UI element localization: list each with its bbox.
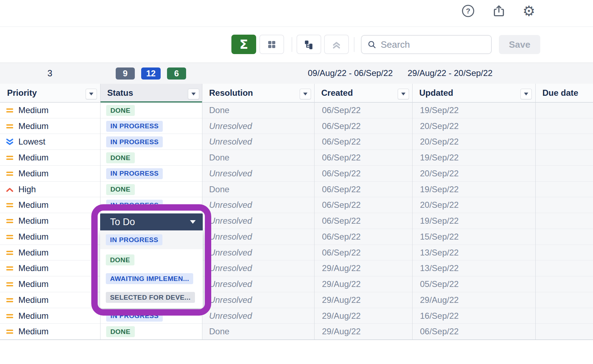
status-option[interactable]: AWAITING IMPLEMEN... (100, 269, 203, 288)
created-cell: 29/Aug/22 (322, 295, 361, 305)
priority-lowest-icon (5, 137, 15, 148)
table-row[interactable]: MediumDONEDone06/Sep/2219/Sep/22 (0, 102, 593, 118)
table-row[interactable]: MediumDONEDone29/Aug/2206/Sep/22 (0, 324, 593, 340)
table-row[interactable]: MediumDONEDone06/Sep/2219/Sep/22 (0, 150, 593, 166)
summary-strip: 3 9 12 6 09/Aug/22 - 06/Sep/22 29/Aug/22… (0, 63, 593, 84)
updated-cell: 29/Aug/22 (420, 295, 459, 305)
filter-button-created[interactable] (398, 89, 409, 99)
priority-cell: Medium (18, 105, 48, 115)
priority-cell: Medium (18, 232, 48, 242)
column-header-priority[interactable]: Priority (0, 84, 100, 102)
status-chip: DONE (106, 152, 135, 163)
save-button[interactable]: Save (499, 35, 540, 54)
table-row[interactable]: MediumUnresolved06/Sep/2213/Sep/22 (0, 245, 593, 261)
hierarchy-button[interactable] (296, 35, 321, 54)
status-select[interactable]: To Do (100, 213, 203, 230)
sum-sigma-button[interactable]: Σ (231, 35, 256, 54)
table-row[interactable]: MediumIN PROGRESSUnresolved06/Sep/2220/S… (0, 166, 593, 182)
priority-cell: Medium (18, 263, 48, 273)
filter-button-updated[interactable] (520, 89, 532, 99)
table-row[interactable]: MediumIN PROGRESSUnresolved06/Sep/2220/S… (0, 197, 593, 213)
priority-medium-icon (5, 295, 15, 306)
priority-cell: Medium (18, 248, 48, 258)
priority-medium-icon (5, 311, 15, 322)
status-badge-done: 6 (167, 67, 186, 80)
table-row[interactable]: MediumUnresolved06/Sep/2215/Sep/22 (0, 229, 593, 245)
priority-cell: Medium (18, 279, 48, 289)
priority-medium-icon (5, 327, 15, 338)
svg-text:?: ? (466, 7, 471, 15)
status-select-value: To Do (110, 217, 190, 228)
resolution-cell: Done (209, 184, 229, 194)
updated-cell: 19/Sep/22 (420, 153, 459, 163)
table-row[interactable]: MediumUnresolved29/Aug/2205/Sep/22 (0, 276, 593, 292)
status-option[interactable]: SELECTED FOR DEVE... (100, 288, 203, 307)
status-option[interactable]: IN PROGRESS (100, 230, 203, 249)
collapse-all-button[interactable] (324, 35, 349, 54)
resolution-cell: Unresolved (209, 248, 252, 258)
status-option-chip: IN PROGRESS (106, 234, 162, 245)
priority-medium-icon (5, 106, 15, 117)
priority-cell: Medium (18, 121, 48, 131)
resolution-cell: Unresolved (209, 263, 252, 273)
table-row[interactable]: MediumIN PROGRESSUnresolved29/Aug/2216/S… (0, 308, 593, 324)
table-row[interactable]: HighDONEDone06/Sep/2219/Sep/22 (0, 182, 593, 198)
priority-high-icon (5, 185, 15, 196)
column-header-resolution[interactable]: Resolution (202, 84, 314, 102)
filter-button-status[interactable] (188, 89, 199, 99)
created-range: 09/Aug/22 - 06/Sep/22 (308, 68, 393, 78)
filter-button-priority[interactable] (86, 89, 97, 99)
priority-cell: Medium (18, 327, 48, 336)
resolution-cell: Done (209, 327, 229, 336)
updated-cell: 15/Sep/22 (420, 232, 459, 242)
column-header-status[interactable]: Status (100, 84, 202, 102)
table-row[interactable]: MediumUnresolved06/Sep/2219/Sep/22 (0, 213, 593, 229)
created-cell: 06/Sep/22 (322, 137, 361, 147)
resolution-cell: Unresolved (209, 121, 252, 131)
created-cell: 06/Sep/22 (322, 200, 361, 210)
table-row[interactable]: LowestIN PROGRESSUnresolved06/Sep/2220/S… (0, 134, 593, 150)
caret-down-icon (89, 93, 93, 95)
status-badge-inprogress: 12 (141, 67, 161, 80)
created-cell: 29/Aug/22 (322, 327, 361, 336)
table-row[interactable]: MediumIN PROGRESSUnresolved06/Sep/2220/S… (0, 118, 593, 134)
resolution-cell: Unresolved (209, 279, 252, 289)
priority-medium-icon (5, 248, 15, 259)
priority-cell: Medium (18, 169, 48, 178)
created-cell: 06/Sep/22 (322, 105, 361, 115)
column-header-updated[interactable]: Updated (412, 84, 535, 102)
column-header-duedate[interactable]: Due date (535, 84, 593, 102)
help-icon[interactable]: ? (461, 4, 476, 18)
created-cell: 06/Sep/22 (322, 153, 361, 163)
search-box[interactable] (361, 35, 492, 54)
caret-down-icon (190, 220, 196, 224)
resolution-cell: Unresolved (209, 137, 252, 147)
grid-view-button[interactable] (259, 35, 284, 54)
status-option[interactable]: DONE (100, 251, 203, 269)
updated-cell: 20/Sep/22 (420, 169, 459, 178)
status-chip: IN PROGRESS (106, 121, 163, 132)
priority-cell: Medium (18, 200, 48, 210)
gear-icon[interactable]: ⚙ (522, 4, 536, 18)
updated-cell: 20/Sep/22 (420, 137, 459, 147)
created-cell: 06/Sep/22 (322, 232, 361, 242)
priority-medium-icon (5, 216, 15, 227)
created-cell: 29/Aug/22 (322, 279, 361, 289)
resolution-cell: Unresolved (209, 200, 252, 210)
priority-cell: Medium (18, 311, 48, 321)
search-input[interactable] (381, 39, 483, 50)
filter-button-resolution[interactable] (300, 89, 311, 99)
updated-cell: 19/Sep/22 (420, 105, 459, 115)
app-root: ? ⚙ Σ (0, 0, 593, 364)
updated-cell: 20/Sep/22 (420, 121, 459, 131)
caret-down-icon (191, 93, 196, 95)
table-row[interactable]: MediumUnresolved29/Aug/2213/Sep/22 (0, 260, 593, 276)
table-row[interactable]: MediumUnresolved29/Aug/2229/Aug/22 (0, 292, 593, 308)
chevrons-up-icon (331, 39, 342, 50)
resolution-cell: Unresolved (209, 232, 252, 242)
status-chip: DONE (106, 105, 135, 116)
share-export-icon[interactable] (491, 4, 506, 18)
priority-cell: High (18, 184, 36, 194)
caret-down-icon (303, 93, 307, 95)
grid-icon (266, 39, 277, 50)
